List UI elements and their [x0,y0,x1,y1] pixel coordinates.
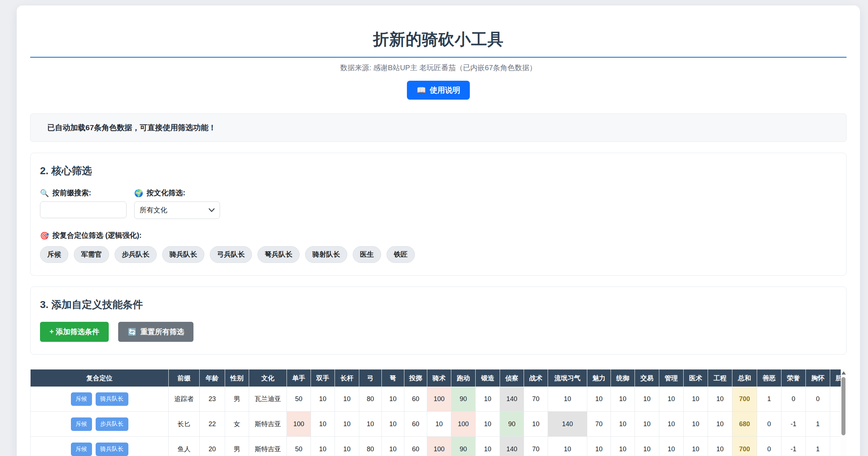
add-filter-button[interactable]: + 添加筛选条件 [40,322,109,342]
role-pill[interactable]: 骑兵队长 [162,246,204,263]
skill-cell: 100 [287,412,311,437]
role-filter-label: 🎯 按复合定位筛选 (逻辑强化): [40,231,837,240]
skill-cell: 70 [524,437,548,456]
sex-cell: 男 [225,387,249,412]
skill-cell: 10 [659,437,684,456]
column-header: 荣誉 [781,369,806,387]
trait-cell: 0 [757,437,781,456]
role-pill[interactable]: 弓兵队长 [210,246,252,263]
title-divider [30,57,847,58]
column-header: 胸怀 [806,369,830,387]
column-header: 统御 [611,369,635,387]
sex-cell: 女 [225,412,249,437]
column-header: 锻造 [476,369,500,387]
book-icon: 📖 [416,86,426,95]
table-row: 斥候骑兵队长追踪者23男瓦兰迪亚501010801060100901014070… [31,387,847,412]
prefix-search-label: 🔍 按前缀搜索: [40,188,127,198]
skill-cell: 60 [404,412,427,437]
culture-cell: 瓦兰迪亚 [249,387,287,412]
skill-cell: 10 [611,412,635,437]
scroll-up-arrow-icon[interactable] [841,371,846,375]
skill-cell: 10 [335,437,359,456]
column-header: 交易 [635,369,659,387]
trait-cell: 0 [781,387,806,412]
skill-cell: 10 [708,437,732,456]
role-pill[interactable]: 骑射队长 [305,246,347,263]
skill-cell: 140 [500,437,524,456]
custom-skill-section: 3. 添加自定义技能条件 + 添加筛选条件 🔄 重置所有筛选 [30,287,847,355]
column-header: 善恶 [757,369,781,387]
reset-filters-button[interactable]: 🔄 重置所有筛选 [118,322,193,342]
column-header: 管理 [659,369,684,387]
prefix-cell: 追踪者 [169,387,200,412]
skill-cell: 140 [548,412,587,437]
trait-cell: 1 [806,437,830,456]
age-cell: 20 [200,437,225,456]
skill-cell: 10 [524,412,548,437]
column-header: 文化 [249,369,287,387]
role-pill[interactable]: 弩兵队长 [257,246,300,263]
skill-cell: 10 [382,437,404,456]
column-header: 侦察 [500,369,524,387]
help-button-label: 使用说明 [430,85,460,95]
age-cell: 23 [200,387,225,412]
skill-cell: 90 [451,437,476,456]
skill-cell: 10 [635,412,659,437]
culture-filter-group: 🌍 按文化筛选: 所有文化 [134,188,220,219]
column-header: 流氓习气 [548,369,587,387]
page-title: 折新的骑砍小工具 [30,29,847,50]
role-pill[interactable]: 步兵队长 [115,246,157,263]
skill-cell: 10 [335,412,359,437]
skill-cell: 10 [476,412,500,437]
age-cell: 22 [200,412,225,437]
skill-cell: 80 [359,437,382,456]
sex-cell: 男 [225,437,249,456]
skill-cell: 10 [476,387,500,412]
skill-cell: 90 [451,387,476,412]
scrollbar-thumb[interactable] [841,377,845,435]
column-header: 长杆 [335,369,359,387]
refresh-icon: 🔄 [128,328,137,336]
role-pill[interactable]: 斥候 [40,246,68,263]
total-cell: 700 [732,387,757,412]
skill-cell: 10 [359,412,382,437]
skill-cell: 80 [359,387,382,412]
vertical-scrollbar[interactable] [841,369,847,456]
role-badge: 斥候 [71,392,92,406]
column-header: 弓 [359,369,382,387]
column-header: 复合定位 [31,369,169,387]
column-header: 双手 [311,369,335,387]
chevron-down-icon [209,208,215,212]
skill-cell: 10 [311,437,335,456]
skill-cell: 90 [500,412,524,437]
skill-cell: 50 [287,387,311,412]
column-header: 工程 [708,369,732,387]
loaded-data-alert: 已自动加载67条角色数据，可直接使用筛选功能！ [30,113,847,142]
globe-icon: 🌍 [134,189,143,197]
role-badge: 斥候 [71,443,92,456]
trait-cell: -1 [781,412,806,437]
role-badge: 斥候 [71,417,92,431]
main-card: 折新的骑砍小工具 数据来源: 感谢B站UP主 老玩匠番茄（已内嵌67条角色数据）… [17,5,860,456]
column-header: 前缀 [169,369,200,387]
total-cell: 700 [732,437,757,456]
skill-cell: 70 [524,387,548,412]
custom-skill-heading: 3. 添加自定义技能条件 [40,298,837,312]
help-button[interactable]: 📖 使用说明 [407,81,469,100]
role-pill[interactable]: 军需官 [74,246,109,263]
core-filter-heading: 2. 核心筛选 [40,164,837,178]
prefix-cell: 长匕 [169,412,200,437]
results-table-container[interactable]: 复合定位前缀年龄性别文化单手双手长杆弓弩投掷骑术跑动锻造侦察战术流氓习气魅力统御… [30,369,847,456]
role-pill[interactable]: 医生 [353,246,381,263]
column-header: 投掷 [404,369,427,387]
core-filter-section: 2. 核心筛选 🔍 按前缀搜索: 🌍 按文化筛选: 所有文化 [30,153,847,276]
trait-cell: 1 [757,387,781,412]
skill-cell: 10 [659,387,684,412]
culture-select[interactable]: 所有文化 [134,201,220,219]
role-pill[interactable]: 铁匠 [387,246,415,263]
role-badge: 步兵队长 [96,417,128,431]
skill-cell: 100 [427,437,451,456]
prefix-search-input[interactable] [40,201,127,218]
role-badges-cell: 斥候骑兵队长 [31,387,169,412]
results-table: 复合定位前缀年龄性别文化单手双手长杆弓弩投掷骑术跑动锻造侦察战术流氓习气魅力统御… [30,369,847,456]
